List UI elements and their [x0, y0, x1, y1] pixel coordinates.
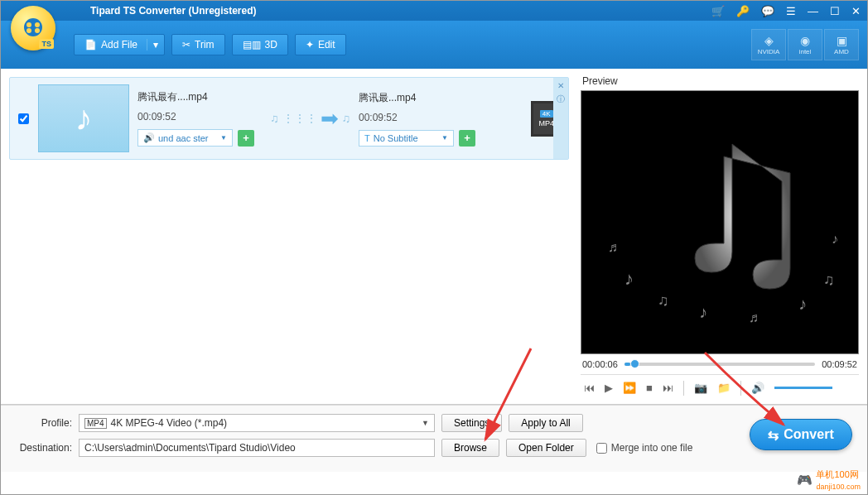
stop-icon[interactable]: ■ [646, 382, 653, 394]
open-folder-button[interactable]: Open Folder [506, 439, 586, 457]
destination-label: Destination: [12, 442, 72, 454]
add-audio-button[interactable]: + [238, 130, 254, 147]
preview-area: ♪ ♫ ♪ ♬ ♪ ♫ ♬ ♪ [581, 90, 859, 354]
edit-button[interactable]: ✦ Edit [295, 34, 346, 55]
seek-slider[interactable] [624, 363, 815, 366]
next-icon[interactable]: ⏭ [663, 382, 673, 394]
file-checkbox[interactable] [18, 113, 29, 124]
3d-button[interactable]: ▤▥ 3D [232, 34, 288, 55]
audio-track-dropdown[interactable]: 🔊 und aac ster ▼ [137, 129, 233, 147]
snapshot-icon[interactable]: 📷 [694, 382, 707, 394]
message-icon[interactable]: 💬 [761, 5, 774, 17]
app-logo: TS [11, 6, 55, 50]
menu-icon[interactable]: ☰ [786, 5, 796, 17]
mp4-icon: MP4 [84, 418, 107, 429]
3d-icon: ▤▥ [243, 39, 261, 50]
intel-icon: ◉ [800, 34, 810, 47]
folder-icon[interactable]: 📁 [717, 382, 731, 394]
gamepad-icon: 🎮 [797, 473, 813, 488]
svg-text:♬: ♬ [749, 310, 759, 324]
nvidia-badge[interactable]: ◈NVIDIA [751, 29, 786, 60]
svg-text:♬: ♬ [608, 240, 618, 254]
dest-filename: 腾讯最...mp4 [359, 91, 483, 105]
chevron-down-icon: ▼ [422, 419, 429, 427]
intel-badge[interactable]: ◉intel [788, 29, 822, 60]
destination-field[interactable]: C:\Users\admin\Documents\Tipard Studio\V… [79, 439, 435, 457]
merge-checkbox[interactable]: Merge into one file [596, 442, 693, 454]
subtitle-icon: T [364, 133, 370, 143]
svg-point-3 [27, 28, 31, 33]
prev-icon[interactable]: ⏮ [584, 382, 595, 394]
chevron-down-icon: ▼ [441, 134, 448, 142]
profile-label: Profile: [12, 417, 72, 429]
svg-text:♪: ♪ [832, 232, 838, 246]
add-subtitle-button[interactable]: + [459, 130, 475, 147]
fast-forward-icon[interactable]: ⏩ [623, 382, 636, 394]
volume-slider[interactable] [774, 387, 832, 389]
settings-button[interactable]: Settings [441, 414, 502, 432]
svg-text:♫: ♫ [658, 292, 669, 309]
dest-duration: 00:09:52 [359, 112, 483, 123]
conversion-arrow: ♫⋮⋮⋮➡♫ [270, 106, 350, 132]
amd-badge[interactable]: ▣AMD [824, 29, 859, 60]
convert-arrows-icon: ⇆ [768, 427, 779, 443]
source-filename: 腾讯最有....mp4 [137, 90, 262, 104]
convert-button[interactable]: ⇆ Convert [750, 419, 852, 450]
add-file-button[interactable]: 📄 Add File ▾ [74, 34, 165, 55]
total-time: 00:09:52 [822, 359, 857, 369]
window-title: Tipard TS Converter (Unregistered) [7, 5, 711, 17]
browse-button[interactable]: Browse [441, 439, 499, 457]
scissors-icon: ✂ [182, 39, 190, 50]
subtitle-dropdown[interactable]: T No Subtitle ▼ [359, 130, 454, 147]
svg-point-1 [27, 22, 31, 27]
close-icon[interactable]: ✕ [851, 5, 861, 17]
svg-point-0 [24, 18, 42, 36]
speaker-icon: 🔊 [143, 132, 155, 143]
svg-point-4 [35, 28, 40, 33]
add-file-dropdown-icon[interactable]: ▾ [147, 39, 164, 50]
svg-text:♫: ♫ [823, 272, 835, 288]
trim-button[interactable]: ✂ Trim [171, 34, 225, 55]
svg-text:♪: ♪ [798, 295, 807, 313]
preview-label: Preview [581, 74, 859, 90]
play-icon[interactable]: ▶ [605, 382, 613, 394]
apply-all-button[interactable]: Apply to All [509, 414, 582, 432]
current-time: 00:00:06 [582, 359, 618, 369]
source-duration: 00:09:52 [137, 111, 262, 123]
maximize-icon[interactable]: ☐ [830, 5, 840, 17]
plus-file-icon: 📄 [84, 39, 97, 50]
svg-text:♪: ♪ [624, 268, 634, 289]
chevron-down-icon: ▼ [220, 134, 227, 142]
volume-icon[interactable]: 🔊 [751, 382, 764, 394]
watermark: 🎮 单机100网danji100.com [797, 469, 861, 491]
file-row[interactable]: ♪ 腾讯最有....mp4 00:09:52 🔊 und aac ster ▼ … [9, 77, 569, 160]
minimize-icon[interactable]: — [808, 5, 818, 17]
nvidia-icon: ◈ [764, 34, 774, 47]
amd-icon: ▣ [837, 34, 847, 47]
profile-dropdown[interactable]: MP4 4K MPEG-4 Video (*.mp4) ▼ [79, 414, 435, 432]
wand-icon: ✦ [306, 39, 314, 50]
file-thumbnail: ♪ [38, 84, 129, 152]
row-info-icon[interactable]: ⓘ [557, 94, 565, 105]
key-icon[interactable]: 🔑 [736, 5, 750, 17]
cart-icon[interactable]: 🛒 [711, 5, 725, 17]
svg-text:♪: ♪ [699, 303, 707, 321]
row-close-icon[interactable]: ✕ [557, 81, 564, 90]
svg-point-2 [35, 22, 40, 27]
